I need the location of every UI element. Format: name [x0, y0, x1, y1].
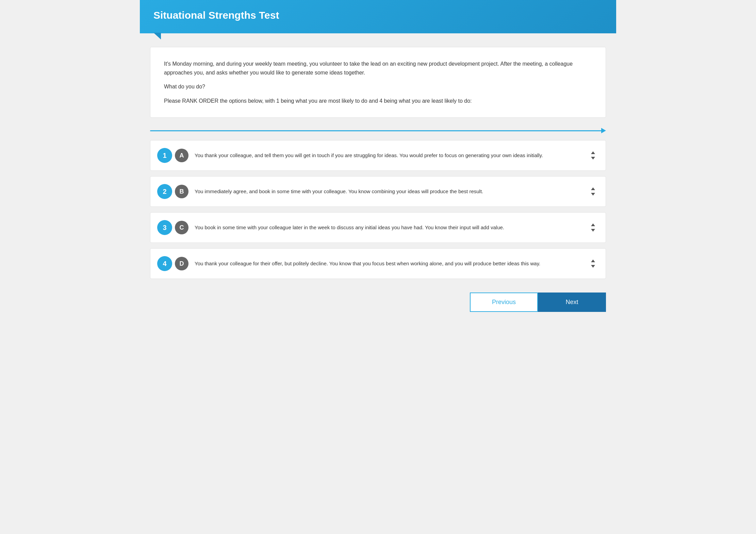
rank-number-1: 1: [157, 148, 172, 163]
section-divider: [150, 128, 606, 133]
scenario-paragraph-1: It's Monday morning, and during your wee…: [164, 60, 592, 77]
divider-arrow-icon: [601, 128, 606, 133]
options-list: 1 A You thank your colleague, and tell t…: [150, 140, 606, 279]
sort-handle-b[interactable]: [587, 185, 599, 198]
scenario-paragraph-3: Please RANK ORDER the options below, wit…: [164, 97, 592, 105]
scenario-card: It's Monday morning, and during your wee…: [150, 47, 606, 118]
rank-number-2: 2: [157, 184, 172, 199]
option-card-c: 3 C You book in some time with your coll…: [150, 212, 606, 243]
option-card-b: 2 B You immediately agree, and book in s…: [150, 176, 606, 207]
option-card-a: 1 A You thank your colleague, and tell t…: [150, 140, 606, 171]
svg-marker-7: [591, 265, 595, 268]
svg-marker-0: [591, 151, 595, 154]
svg-marker-2: [591, 187, 595, 190]
rank-badges-d: 4 D: [157, 256, 188, 271]
svg-marker-4: [591, 223, 595, 226]
rank-badges-a: 1 A: [157, 148, 188, 163]
sort-handle-d[interactable]: [587, 257, 599, 270]
main-content: It's Monday morning, and during your wee…: [140, 33, 616, 326]
svg-marker-5: [591, 229, 595, 232]
svg-marker-1: [591, 157, 595, 160]
sort-handle-c[interactable]: [587, 221, 599, 234]
letter-badge-b: B: [175, 185, 188, 198]
rank-number-3: 3: [157, 220, 172, 235]
scenario-paragraph-2: What do you do?: [164, 82, 592, 91]
previous-button[interactable]: Previous: [470, 293, 538, 312]
next-button[interactable]: Next: [538, 293, 606, 312]
app-container: Situational Strengths Test It's Monday m…: [140, 0, 616, 534]
rank-badges-b: 2 B: [157, 184, 188, 199]
svg-marker-6: [591, 260, 595, 262]
option-text-d: You thank your colleague for their offer…: [195, 260, 581, 268]
letter-badge-a: A: [175, 149, 188, 162]
letter-badge-d: D: [175, 257, 188, 270]
option-text-b: You immediately agree, and book in some …: [195, 188, 581, 196]
nav-buttons: Previous Next: [150, 289, 606, 319]
option-text-a: You thank your colleague, and tell them …: [195, 152, 581, 160]
svg-marker-3: [591, 193, 595, 196]
sort-handle-a[interactable]: [587, 149, 599, 162]
option-card-d: 4 D You thank your colleague for their o…: [150, 248, 606, 279]
header: Situational Strengths Test: [140, 0, 616, 33]
letter-badge-c: C: [175, 221, 188, 234]
rank-badges-c: 3 C: [157, 220, 188, 235]
divider-line: [150, 130, 602, 131]
option-text-c: You book in some time with your colleagu…: [195, 224, 581, 232]
page-title: Situational Strengths Test: [153, 10, 603, 21]
rank-number-4: 4: [157, 256, 172, 271]
